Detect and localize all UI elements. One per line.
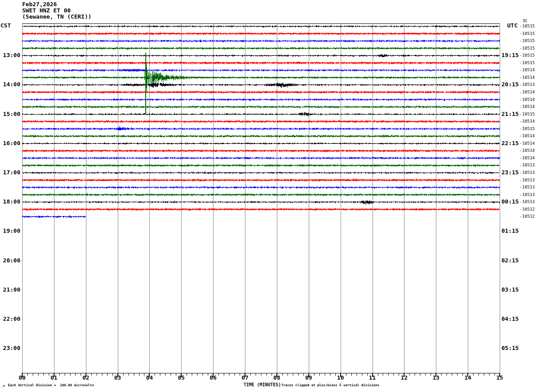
- x-tick-label: 13: [427, 374, 445, 381]
- utc-hour-label: 23:15: [501, 169, 519, 176]
- dc-offset-label: -10515: [520, 53, 535, 58]
- utc-hour-label: 00:15: [501, 199, 519, 205]
- utc-hour-label: 20:15: [501, 81, 519, 88]
- left-hour-label: 21:00: [0, 287, 20, 293]
- dc-offset-label: -10514: [520, 119, 535, 123]
- dc-offset-label: -10515: [520, 112, 535, 116]
- dc-offset-label: -10514: [520, 148, 535, 153]
- dc-offset-label: -10513: [520, 185, 535, 189]
- x-tick-label: 00: [13, 374, 31, 381]
- utc-hour-label: 05:15: [501, 345, 519, 351]
- x-tick-label: 07: [236, 374, 254, 381]
- dc-offset-label: -10513: [520, 192, 535, 197]
- dc-offset-label: -10515: [520, 24, 535, 28]
- header-station: SWET HNZ ET 00: [22, 7, 71, 14]
- dc-offset-label: -10514: [520, 134, 535, 138]
- x-tick-label: 06: [204, 374, 222, 381]
- utc-hour-label: 19:15: [501, 52, 519, 58]
- x-tick-label: 15: [491, 374, 509, 381]
- left-hour-label: 15:00: [0, 111, 20, 117]
- utc-hour-label: 22:15: [501, 140, 519, 146]
- dc-offset-label: -10514: [520, 104, 535, 109]
- dc-offset-label: -10514: [520, 90, 535, 94]
- x-tick-label: 12: [395, 374, 413, 381]
- utc-hour-label: 02:15: [501, 257, 519, 264]
- clip-note: Traces clipped at plus/minus 5 vertical …: [281, 383, 379, 387]
- helicorder-canvas: [0, 0, 536, 392]
- x-tick-label: 03: [109, 374, 127, 381]
- dc-offset-label: -10514: [520, 75, 535, 80]
- dc-offset-label: -10512: [520, 214, 535, 219]
- dc-offset-label: -10513: [520, 82, 535, 87]
- dc-offset-label: -10515: [520, 38, 535, 43]
- dc-offset-label: -10515: [520, 127, 535, 131]
- dc-offset-label: -10513: [520, 178, 535, 182]
- left-hour-label: 23:00: [0, 345, 20, 351]
- left-hour-label: 20:00: [0, 257, 20, 264]
- x-tick-label: 08: [268, 374, 286, 381]
- left-hour-label: 18:00: [0, 199, 20, 205]
- dc-offset-label: -10512: [520, 207, 535, 211]
- dc-offset-label: -10514: [520, 141, 535, 146]
- utc-hour-label: 03:15: [501, 287, 519, 293]
- left-hour-label: 14:00: [0, 81, 20, 88]
- helicorder-page: Feb27,2026 SWET HNZ ET 00 (Sewanee, TN (…: [0, 0, 536, 392]
- dc-offset-label: -10515: [520, 61, 535, 65]
- x-axis-title: TIME (MINUTES): [244, 382, 281, 387]
- left-hour-label: 22:00: [0, 316, 20, 322]
- dc-offset-label: -10513: [520, 163, 535, 167]
- cst-label: CST: [0, 22, 11, 29]
- x-tick-label: 09: [300, 374, 318, 381]
- utc-hour-label: 04:15: [501, 316, 519, 322]
- x-tick-label: 10: [332, 374, 350, 381]
- dc-header-label: DC: [523, 19, 528, 23]
- dc-offset-label: -10513: [520, 200, 535, 204]
- x-tick-label: 04: [140, 374, 158, 381]
- utc-hour-label: 01:15: [501, 228, 519, 234]
- dc-offset-label: -10514: [520, 68, 535, 72]
- corner-mark: ,M: [1, 384, 5, 388]
- utc-hour-label: 21:15: [501, 111, 519, 117]
- left-hour-label: 16:00: [0, 140, 20, 146]
- dc-offset-label: -10514: [520, 156, 535, 160]
- left-hour-label: 13:00: [0, 52, 20, 58]
- x-tick-label: 02: [77, 374, 95, 381]
- header-date: Feb27,2026: [22, 1, 57, 8]
- dc-offset-label: -10515: [520, 31, 535, 36]
- left-hour-label: 19:00: [0, 228, 20, 234]
- x-tick-label: 05: [172, 374, 190, 381]
- header-location: (Sewanee, TN (CERI)): [22, 13, 92, 20]
- left-hour-label: 17:00: [0, 169, 20, 176]
- scale-note: Each Vertical Division = 100.00 microvol…: [8, 383, 94, 387]
- dc-offset-label: -10514: [520, 97, 535, 102]
- x-tick-label: 11: [364, 374, 381, 381]
- utc-label: UTC: [507, 22, 517, 29]
- x-tick-label: 14: [459, 374, 477, 381]
- dc-offset-label: -10513: [520, 170, 535, 175]
- x-tick-label: 01: [45, 374, 63, 381]
- dc-offset-label: -10515: [520, 46, 535, 50]
